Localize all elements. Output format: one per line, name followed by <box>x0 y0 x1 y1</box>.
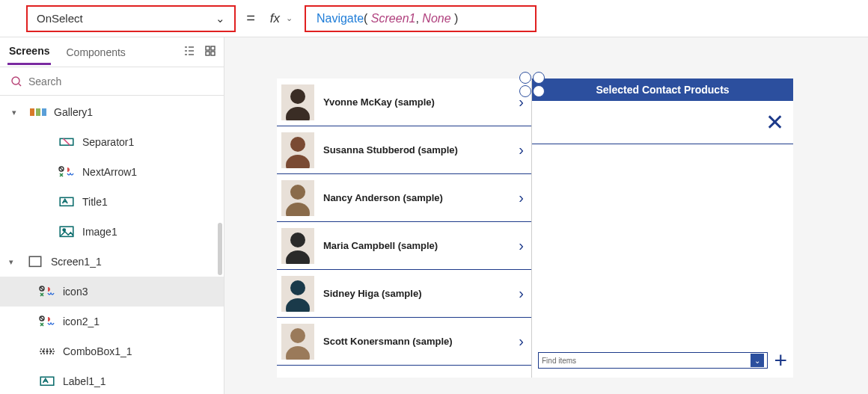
tree-node-icon3[interactable]: icon3 <box>0 277 224 307</box>
svg-rect-12 <box>30 108 34 116</box>
gallery-icon <box>30 105 46 119</box>
contacts-gallery[interactable]: Yvonne McKay (sample)›Susanna Stubberod … <box>277 79 531 378</box>
combobox-icon <box>39 345 55 358</box>
fx-label: fx <box>270 11 280 26</box>
tree-node-label: Gallery1 <box>54 106 93 118</box>
find-items-combobox[interactable]: Find items ⌄ <box>538 352 768 369</box>
svg-line-26 <box>40 317 43 320</box>
screen-icon <box>27 255 43 268</box>
formula-arg1: Screen1 <box>371 12 416 25</box>
svg-line-17 <box>60 167 63 170</box>
tree-node-icon2[interactable]: icon2_1 <box>0 307 224 336</box>
svg-point-49 <box>290 328 305 343</box>
grid-view-icon[interactable] <box>204 45 216 60</box>
svg-rect-14 <box>42 108 46 116</box>
tab-screens[interactable]: Screens <box>7 39 51 65</box>
tree-node-image[interactable]: Image1 <box>0 217 224 247</box>
tree-node-screen[interactable]: ▾ Screen1_1 <box>0 247 224 277</box>
equals-sign: = <box>246 10 255 27</box>
tree-view: ▾ Gallery1 Separator1 NextArrow1 Title1 … <box>0 96 224 394</box>
gallery-item[interactable]: Sidney Higa (sample)› <box>277 270 531 318</box>
chevron-down-icon: ⌄ <box>286 13 293 23</box>
tree-node-label: Label1_1 <box>63 375 106 387</box>
close-icon[interactable]: ✕ <box>765 109 784 135</box>
svg-line-24 <box>40 287 43 290</box>
svg-rect-22 <box>29 256 40 266</box>
icon-group-icon <box>39 285 55 298</box>
formula-bar: OnSelect ⌄ = fx ⌄ Navigate( Screen1, Non… <box>0 0 868 37</box>
selection-handles[interactable] <box>519 71 548 98</box>
svg-point-37 <box>290 137 305 152</box>
formula-function: Navigate <box>317 12 364 25</box>
list-view-icon[interactable] <box>183 45 195 60</box>
tree-node-nextarrow[interactable]: NextArrow1 <box>0 157 224 187</box>
formula-arg2: None <box>422 12 450 25</box>
property-selector[interactable]: OnSelect ⌄ <box>26 5 236 32</box>
formula-input[interactable]: Navigate( Screen1, None ) <box>305 5 537 32</box>
contact-name: Sidney Higa (sample) <box>323 288 510 299</box>
svg-rect-9 <box>211 52 215 55</box>
svg-point-40 <box>290 185 305 200</box>
svg-rect-8 <box>206 52 210 55</box>
svg-line-11 <box>19 84 21 86</box>
contact-name: Nancy Anderson (sample) <box>323 192 510 203</box>
chevron-right-icon[interactable]: › <box>519 285 527 302</box>
combobox-placeholder: Find items <box>542 357 576 365</box>
image-icon <box>58 225 75 238</box>
search-icon <box>10 76 22 87</box>
svg-point-34 <box>290 89 305 104</box>
tree-node-label: Title1 <box>82 196 108 208</box>
tree-node-title[interactable]: Title1 <box>0 187 224 217</box>
svg-point-30 <box>50 351 52 352</box>
separator-icon <box>58 135 75 149</box>
chevron-down-icon: ▾ <box>12 108 19 117</box>
add-icon[interactable]: + <box>774 348 787 373</box>
search-box <box>0 67 224 96</box>
contact-name: Scott Konersmann (sample) <box>323 336 510 347</box>
avatar <box>281 180 314 216</box>
avatar <box>281 276 314 312</box>
tab-components[interactable]: Components <box>64 40 126 64</box>
tree-node-label: icon2_1 <box>63 315 100 327</box>
close-row: ✕ <box>532 101 793 144</box>
gallery-item[interactable]: Yvonne McKay (sample)› <box>277 79 531 126</box>
tree-node-label[interactable]: Label1_1 <box>0 366 224 394</box>
svg-point-21 <box>63 229 65 231</box>
contact-name: Yvonne McKay (sample) <box>323 96 510 108</box>
tree-node-combobox[interactable]: ComboBox1_1 <box>0 336 224 366</box>
pane-header: Selected Contact Products <box>532 79 793 101</box>
svg-point-46 <box>290 280 305 295</box>
chevron-right-icon[interactable]: › <box>519 189 527 206</box>
property-name: OnSelect <box>37 12 83 25</box>
gallery-item[interactable]: Susanna Stubberod (sample)› <box>277 126 531 174</box>
tree-node-label: Separator1 <box>82 136 134 148</box>
avatar <box>281 324 314 360</box>
label-icon <box>39 375 55 388</box>
label-icon <box>58 195 75 209</box>
svg-rect-7 <box>211 46 215 50</box>
fx-button[interactable]: fx ⌄ <box>270 11 293 26</box>
tree-node-label: ComboBox1_1 <box>63 345 132 357</box>
tree-node-label: Screen1_1 <box>51 256 102 268</box>
tree-panel: Screens Components ▾ Gallery1 Separator1… <box>0 37 224 394</box>
scrollbar-thumb[interactable] <box>218 223 222 275</box>
chevron-right-icon[interactable]: › <box>519 237 527 254</box>
tree-node-separator[interactable]: Separator1 <box>0 127 224 157</box>
gallery-item[interactable]: Scott Konersmann (sample)› <box>277 318 531 366</box>
tree-node-label: Image1 <box>82 226 117 238</box>
avatar <box>281 228 314 264</box>
gallery-item[interactable]: Nancy Anderson (sample)› <box>277 174 531 222</box>
svg-point-10 <box>12 77 19 84</box>
search-input[interactable] <box>28 76 213 87</box>
svg-point-29 <box>46 351 48 352</box>
pane-title: Selected Contact Products <box>596 84 729 96</box>
pane-footer: Find items ⌄ + <box>532 343 793 378</box>
tree-node-label: NextArrow1 <box>82 166 137 178</box>
chevron-right-icon[interactable]: › <box>519 141 527 158</box>
chevron-down-icon: ⌄ <box>216 12 225 25</box>
chevron-down-icon: ⌄ <box>751 354 764 367</box>
gallery-item[interactable]: Maria Campbell (sample)› <box>277 222 531 270</box>
svg-rect-13 <box>36 108 40 116</box>
tree-node-gallery[interactable]: ▾ Gallery1 <box>0 97 224 127</box>
chevron-right-icon[interactable]: › <box>519 333 527 350</box>
